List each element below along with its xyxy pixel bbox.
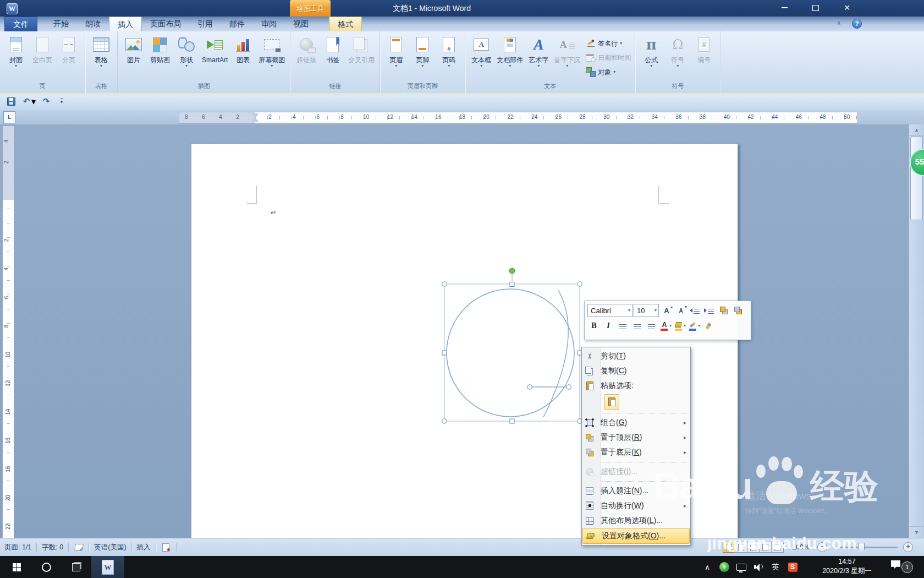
menu-item-group[interactable]: 组合(G)▸	[582, 415, 690, 430]
tray-sogou-icon[interactable]: S	[787, 561, 798, 572]
menu-item-format-object[interactable]: 设置对象格式(O)...	[582, 528, 690, 544]
outline-color-button[interactable]: ▾	[688, 319, 701, 332]
tab-stop-selector[interactable]: L	[3, 111, 15, 123]
font-size-select[interactable]: 10 ▾	[634, 304, 659, 317]
edge-handle-top[interactable]	[510, 282, 514, 287]
tab-read-aloud[interactable]: 朗读	[77, 17, 109, 31]
menu-item-paste-options[interactable]: 粘贴选项:	[582, 378, 690, 393]
tab-format-contextual[interactable]: 格式	[329, 17, 362, 31]
increase-indent-button[interactable]	[703, 304, 716, 317]
ribbon-button-text-box[interactable]: 文本框▾	[468, 34, 494, 68]
shading-button[interactable]: ▾	[673, 319, 686, 332]
edge-handle-left[interactable]	[442, 351, 447, 355]
search-button[interactable]	[35, 556, 57, 578]
italic-button[interactable]	[602, 319, 615, 332]
line-endpoint-handle-left[interactable]	[527, 385, 532, 389]
ribbon-button-footer[interactable]: 页脚▾	[409, 34, 436, 68]
line-endpoint-handle-right[interactable]	[566, 385, 571, 389]
minimize-button[interactable]	[773, 0, 796, 15]
decrease-indent-button[interactable]	[689, 304, 702, 317]
rotate-handle[interactable]	[509, 268, 515, 274]
tray-360-safety-icon[interactable]: +	[719, 561, 730, 572]
corner-handle-bottom-left[interactable]	[442, 419, 447, 423]
start-button[interactable]	[4, 556, 29, 578]
status-word-count[interactable]: 字数: 0	[42, 543, 63, 552]
menu-item-paste-keep-source-formatting[interactable]	[604, 394, 619, 410]
menu-item-cut[interactable]: 剪切(T)	[582, 348, 690, 363]
zoom-in-button[interactable]: +	[903, 542, 913, 552]
ribbon-button-clip-art[interactable]: 剪贴画	[147, 34, 173, 64]
qat-undo-button[interactable]: ▾	[20, 95, 37, 108]
align-right-button[interactable]	[645, 319, 658, 332]
ribbon-button-shapes[interactable]: 形状▾	[173, 34, 200, 68]
bring-forward-button[interactable]	[717, 304, 730, 317]
corner-handle-top-right[interactable]	[578, 282, 582, 286]
help-icon[interactable]: ?	[852, 19, 862, 29]
align-left-button[interactable]	[616, 319, 629, 332]
ribbon-button-table[interactable]: 表格▾	[88, 34, 114, 68]
tab-page-layout[interactable]: 页面布局	[142, 17, 189, 31]
menu-item-bring-to-front[interactable]: 置于顶层(R)▸	[582, 430, 690, 445]
corner-handle-top-left[interactable]	[442, 282, 447, 286]
status-page-indicator[interactable]: 页面: 1/1	[4, 543, 31, 552]
ribbon-button-screenshot[interactable]: 屏幕截图▾	[256, 34, 287, 68]
vertical-scrollbar[interactable]: ▲ ▼	[909, 124, 924, 538]
tab-mailings[interactable]: 邮件	[221, 17, 253, 31]
ribbon-button-object[interactable]: 对象▾	[586, 66, 631, 79]
tab-insert[interactable]: 插入	[109, 17, 142, 31]
tab-home[interactable]: 开始	[45, 17, 77, 31]
menu-item-more-layout-options[interactable]: 其他布局选项(L)...	[582, 513, 690, 528]
qat-redo-button[interactable]	[40, 95, 53, 107]
taskbar-word-button[interactable]	[91, 556, 124, 578]
scroll-down-icon[interactable]: ▼	[909, 526, 924, 538]
status-insert-mode[interactable]: 插入	[137, 543, 151, 552]
tray-ime-icon[interactable]: 英	[770, 561, 781, 572]
vertical-ruler[interactable]: 42246810121416182022	[2, 126, 14, 539]
font-color-button[interactable]: ▾	[659, 319, 672, 332]
tab-references[interactable]: 引用	[189, 17, 221, 31]
minimize-ribbon-icon[interactable]: ∧	[837, 19, 841, 26]
ribbon-button-picture[interactable]: 图片	[120, 34, 147, 64]
ribbon-button-chart[interactable]: 图表	[230, 34, 256, 64]
menu-item-copy[interactable]: 复制(C)	[582, 363, 690, 378]
task-view-button[interactable]	[65, 556, 87, 578]
oval-shape[interactable]	[447, 289, 574, 417]
ribbon-button-header[interactable]: 页眉▾	[383, 34, 409, 68]
macro-icon[interactable]	[161, 542, 171, 552]
ribbon-button-signature-line[interactable]: 签名行▾	[586, 37, 631, 50]
edge-handle-bottom[interactable]	[510, 419, 514, 423]
maximize-button[interactable]	[804, 0, 827, 15]
ruler-number: 8	[3, 325, 9, 328]
ribbon-button-cover-page[interactable]: 封面▾	[3, 34, 29, 68]
format-painter-button[interactable]	[702, 319, 715, 332]
shrink-font-button[interactable]	[674, 304, 688, 317]
tray-expand-icon[interactable]: ∧	[702, 561, 713, 572]
close-button[interactable]: ✕	[835, 0, 859, 15]
tab-review[interactable]: 审阅	[253, 17, 285, 31]
zoom-slider-thumb[interactable]	[858, 543, 865, 553]
ribbon-button-bookmark[interactable]: 书签	[320, 34, 346, 64]
horizontal-ruler[interactable]: 8642246810121416182022242628303234363840…	[179, 112, 858, 124]
dropdown-arrow-icon: ▾	[15, 64, 17, 68]
font-name-select[interactable]: Calibri ▾	[587, 304, 632, 317]
tray-volume-icon[interactable]	[753, 561, 764, 572]
bold-button[interactable]	[587, 319, 601, 332]
tab-view[interactable]: 视图	[285, 17, 317, 31]
ribbon-button-equation[interactable]: 公式▾	[638, 34, 664, 68]
send-backward-button[interactable]	[732, 304, 745, 317]
notification-area[interactable]: 1	[887, 558, 915, 576]
ribbon-button-page-number[interactable]: 页码▾	[436, 34, 462, 68]
proof-icon[interactable]	[74, 542, 84, 552]
status-language[interactable]: 英语(美国)	[94, 543, 126, 552]
qat-customize-qat-button[interactable]	[55, 95, 68, 107]
taskbar-clock[interactable]: 14:57 2020/2/3 星期一	[814, 557, 880, 577]
grow-font-button[interactable]	[660, 304, 673, 317]
ribbon-button-quick-parts[interactable]: 文档部件▾	[494, 34, 525, 68]
ribbon-button-smartart[interactable]: SmartArt	[200, 34, 230, 64]
scroll-up-icon[interactable]: ▲	[909, 124, 924, 136]
tab-file[interactable]: 文件	[4, 17, 37, 31]
align-center-button[interactable]	[630, 319, 644, 332]
tray-display-icon[interactable]	[736, 561, 747, 572]
ribbon-button-wordart[interactable]: 艺术字▾	[525, 34, 552, 68]
qat-save-button[interactable]	[4, 95, 18, 107]
